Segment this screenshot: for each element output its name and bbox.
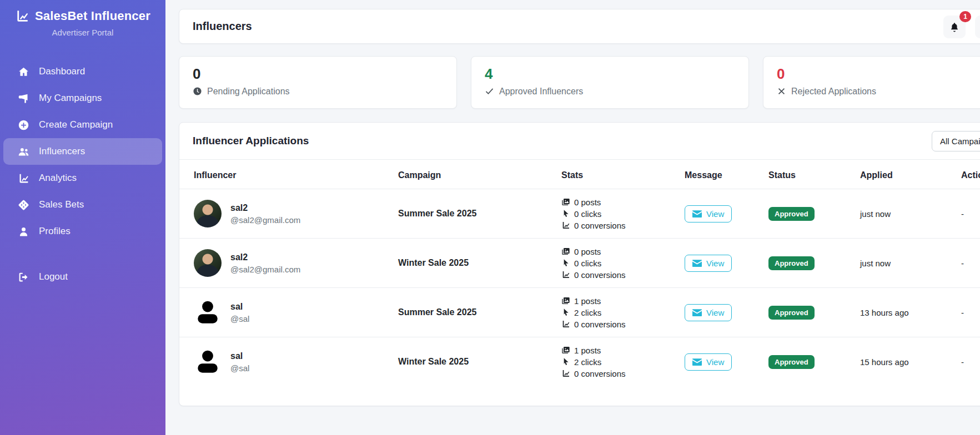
applications-title: Influencer Applications bbox=[193, 135, 309, 147]
sidebar-item-label: Profiles bbox=[39, 226, 71, 237]
pending-count: 0 bbox=[193, 66, 443, 83]
envelope-icon bbox=[692, 260, 702, 267]
col-actions: Actions bbox=[961, 160, 980, 189]
bell-icon bbox=[949, 22, 960, 33]
posts-stat: 0 posts bbox=[574, 196, 601, 208]
chart-line-icon bbox=[561, 270, 570, 279]
app-root: SalesBet Influencer Advertiser Portal Da… bbox=[0, 0, 980, 435]
sidebar-item-sales-bets[interactable]: Sales Bets bbox=[3, 191, 162, 218]
view-message-button[interactable]: View bbox=[685, 304, 732, 321]
images-icon bbox=[561, 198, 570, 206]
table-row: sal @sal Summer Sale 2025 1 posts 2 clic… bbox=[179, 288, 980, 337]
influencer-name: sal bbox=[230, 351, 249, 361]
brand: SalesBet Influencer Advertiser Portal bbox=[0, 0, 165, 37]
sidebar-item-create-campaign[interactable]: Create Campaign bbox=[3, 112, 162, 138]
main-content: Influencers 1 0 Pending Applications 4 bbox=[165, 0, 980, 435]
campaign-name: Summer Sale 2025 bbox=[398, 307, 476, 317]
view-label: View bbox=[706, 357, 724, 367]
logout-icon bbox=[17, 271, 30, 283]
avatar-photo bbox=[194, 249, 222, 277]
sidebar-item-my-campaigns[interactable]: My Campaigns bbox=[3, 85, 162, 112]
stat-card-pending: 0 Pending Applications bbox=[179, 56, 457, 109]
clicks-stat: 2 clicks bbox=[574, 356, 601, 368]
notification-badge: 1 bbox=[959, 11, 971, 22]
clicks-stat: 0 clicks bbox=[574, 208, 601, 220]
actions-value: - bbox=[961, 209, 964, 219]
actions-value: - bbox=[961, 308, 964, 317]
page-header: Influencers 1 bbox=[179, 9, 980, 44]
cursor-icon bbox=[561, 357, 570, 366]
chart-line-icon bbox=[561, 369, 570, 378]
menu-button[interactable] bbox=[975, 16, 980, 38]
col-applied: Applied bbox=[860, 160, 961, 189]
chart-line-icon bbox=[17, 173, 30, 184]
stat-label: Pending Applications bbox=[207, 87, 290, 97]
avatar bbox=[194, 299, 222, 326]
sidebar-item-label: Influencers bbox=[39, 146, 85, 157]
avatar bbox=[194, 200, 222, 227]
view-message-button[interactable]: View bbox=[685, 353, 732, 371]
person-silhouette-icon bbox=[194, 299, 222, 326]
campaign-filter-value: All Campaigns bbox=[940, 136, 980, 146]
avatar bbox=[194, 348, 222, 376]
col-status: Status bbox=[768, 160, 860, 189]
stats-row: 0 Pending Applications 4 Approved Influe… bbox=[179, 56, 980, 109]
actions-value: - bbox=[961, 357, 964, 367]
sidebar-item-label: Create Campaign bbox=[39, 119, 113, 130]
dice-icon bbox=[17, 199, 30, 211]
col-stats: Stats bbox=[561, 160, 685, 189]
col-message: Message bbox=[685, 160, 768, 189]
table-header-row: Influencer Campaign Stats Message Status… bbox=[179, 160, 980, 189]
campaign-name: Winter Sale 2025 bbox=[398, 258, 469, 267]
status-badge: Approved bbox=[768, 256, 815, 270]
clicks-stat: 2 clicks bbox=[574, 307, 601, 318]
campaign-filter-select[interactable]: All Campaigns bbox=[932, 131, 980, 151]
stat-label: Rejected Applications bbox=[791, 87, 876, 97]
applications-card: Influencer Applications All Campaigns In… bbox=[179, 122, 980, 406]
col-campaign: Campaign bbox=[398, 160, 561, 189]
sidebar-item-label: Dashboard bbox=[39, 66, 85, 77]
sidebar-item-label: Sales Bets bbox=[39, 199, 84, 210]
table-row: sal2 @sal2@gmail.com Summer Sale 2025 0 … bbox=[179, 189, 980, 239]
sidebar-item-dashboard[interactable]: Dashboard bbox=[3, 58, 162, 85]
megaphone-icon bbox=[17, 93, 30, 104]
status-badge: Approved bbox=[768, 355, 815, 369]
notifications-button[interactable]: 1 bbox=[943, 16, 966, 38]
images-icon bbox=[561, 296, 570, 305]
cursor-icon bbox=[561, 209, 570, 218]
rejected-count: 0 bbox=[777, 66, 980, 83]
brand-subtitle: Advertiser Portal bbox=[0, 28, 165, 37]
col-influencer: Influencer bbox=[179, 160, 398, 189]
sidebar-item-profiles[interactable]: Profiles bbox=[3, 218, 162, 245]
influencer-name: sal2 bbox=[230, 203, 300, 213]
sidebar-item-influencers[interactable]: Influencers bbox=[3, 138, 162, 165]
cursor-icon bbox=[561, 308, 570, 317]
table-row: sal @sal Winter Sale 2025 1 posts 2 clic… bbox=[179, 337, 980, 387]
influencer-handle: @sal bbox=[230, 314, 249, 323]
clock-icon bbox=[193, 87, 202, 96]
images-icon bbox=[561, 247, 570, 256]
stat-label: Approved Influencers bbox=[499, 87, 583, 97]
chart-line-icon bbox=[561, 221, 570, 230]
x-icon bbox=[777, 87, 786, 96]
posts-stat: 0 posts bbox=[574, 246, 601, 257]
stat-card-approved: 4 Approved Influencers bbox=[471, 56, 749, 109]
sidebar-item-label: My Campaigns bbox=[39, 93, 102, 104]
status-badge: Approved bbox=[768, 306, 815, 320]
sidebar-item-label: Analytics bbox=[39, 173, 77, 184]
view-message-button[interactable]: View bbox=[685, 255, 732, 272]
sidebar-item-logout[interactable]: Logout bbox=[3, 264, 162, 290]
plus-circle-icon bbox=[17, 119, 30, 131]
influencer-handle: @sal2@gmail.com bbox=[230, 215, 300, 225]
view-message-button[interactable]: View bbox=[685, 205, 732, 222]
images-icon bbox=[561, 346, 570, 355]
sidebar-item-analytics[interactable]: Analytics bbox=[3, 165, 162, 191]
sidebar-nav: Dashboard My Campaigns Create Campaign I… bbox=[0, 58, 165, 290]
influencer-handle: @sal bbox=[230, 363, 249, 373]
envelope-icon bbox=[692, 309, 702, 316]
conversions-stat: 0 conversions bbox=[574, 318, 626, 330]
posts-stat: 1 posts bbox=[574, 345, 601, 356]
influencer-name: sal2 bbox=[230, 252, 300, 262]
influencer-name: sal bbox=[230, 302, 249, 312]
check-icon bbox=[485, 87, 494, 96]
